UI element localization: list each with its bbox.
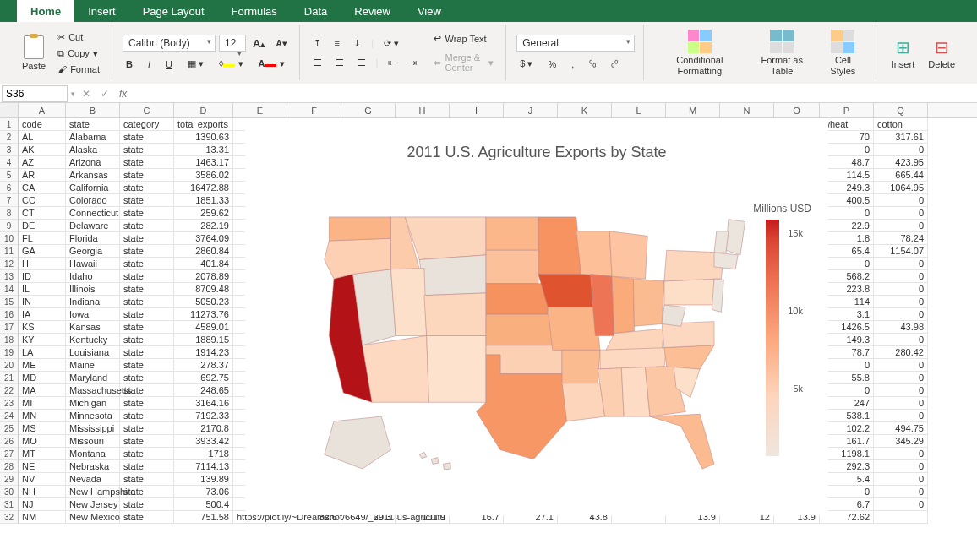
tab-view[interactable]: View xyxy=(404,0,455,22)
cell[interactable]: 1914.23 xyxy=(174,346,233,359)
cell[interactable] xyxy=(666,207,720,220)
cell[interactable] xyxy=(287,308,341,321)
column-header[interactable]: C xyxy=(120,103,174,117)
cell[interactable] xyxy=(504,321,558,334)
cell[interactable] xyxy=(720,473,774,486)
cell[interactable] xyxy=(558,308,612,321)
cell[interactable] xyxy=(774,118,820,131)
cell[interactable] xyxy=(233,473,287,486)
cell[interactable]: 9.8 xyxy=(774,308,820,321)
cell[interactable] xyxy=(558,372,612,384)
cell[interactable] xyxy=(666,346,720,359)
cell[interactable] xyxy=(396,245,450,258)
cell[interactable]: Missouri xyxy=(66,435,120,448)
cell[interactable]: Minnesota xyxy=(66,410,120,422)
cell[interactable] xyxy=(341,321,396,334)
cell[interactable] xyxy=(450,169,504,182)
cell[interactable] xyxy=(612,334,666,346)
increase-decimal-button[interactable]: ⁰₀ xyxy=(586,57,599,71)
cell[interactable] xyxy=(504,498,558,511)
cell[interactable] xyxy=(612,308,666,321)
cell[interactable]: Louisiana xyxy=(66,346,120,359)
cell[interactable] xyxy=(341,118,396,131)
cell[interactable] xyxy=(612,156,666,169)
cell[interactable] xyxy=(396,435,450,448)
cell[interactable] xyxy=(720,182,774,194)
cell[interactable] xyxy=(450,435,504,448)
cell[interactable]: 401.84 xyxy=(174,258,233,270)
cell[interactable]: 0 xyxy=(874,296,928,308)
cell[interactable]: GA xyxy=(19,245,66,258)
cell[interactable] xyxy=(287,270,341,283)
cell[interactable] xyxy=(720,194,774,207)
cell[interactable]: 1.9 xyxy=(774,131,820,144)
cell[interactable] xyxy=(666,486,720,498)
cell[interactable] xyxy=(558,498,612,511)
cell[interactable]: 4.3 xyxy=(774,410,820,422)
cell[interactable]: total exports xyxy=(174,118,233,131)
cell[interactable] xyxy=(341,220,396,232)
cell[interactable] xyxy=(396,169,450,182)
column-header[interactable]: L xyxy=(612,103,666,117)
number-format-select[interactable]: General xyxy=(516,35,635,52)
cell[interactable] xyxy=(233,118,287,131)
cell[interactable] xyxy=(396,321,450,334)
cell[interactable] xyxy=(720,144,774,156)
cell[interactable] xyxy=(504,194,558,207)
cell[interactable]: Maine xyxy=(66,359,120,372)
cell[interactable] xyxy=(720,220,774,232)
cell[interactable]: 114 xyxy=(820,296,874,308)
row-header[interactable]: 14 xyxy=(0,283,19,296)
cell[interactable] xyxy=(504,460,558,473)
cell[interactable]: Michigan xyxy=(66,397,120,410)
cell[interactable]: Colorado xyxy=(66,194,120,207)
fill-color-button[interactable]: ◊ ▾ xyxy=(216,57,247,71)
cell[interactable]: 751.58 xyxy=(174,511,233,524)
cell[interactable] xyxy=(720,245,774,258)
column-header[interactable]: K xyxy=(558,103,612,117)
cell[interactable] xyxy=(720,270,774,283)
cell[interactable] xyxy=(233,422,287,435)
row-header[interactable]: 25 xyxy=(0,422,19,435)
cell[interactable]: Florida xyxy=(66,232,120,245)
cell[interactable]: Kansas xyxy=(66,321,120,334)
cell[interactable]: state xyxy=(120,131,174,144)
cell[interactable] xyxy=(233,384,287,397)
cell[interactable]: 4.1 xyxy=(774,372,820,384)
cell[interactable]: KY xyxy=(19,334,66,346)
cell[interactable]: state xyxy=(120,270,174,283)
cell[interactable] xyxy=(450,308,504,321)
cut-button[interactable]: ✂ Cut xyxy=(54,30,103,45)
cell[interactable]: 5.9 xyxy=(774,220,820,232)
cell[interactable] xyxy=(612,498,666,511)
cell[interactable]: NV xyxy=(19,473,66,486)
row-header[interactable]: 13 xyxy=(0,270,19,283)
cell[interactable] xyxy=(396,473,450,486)
cell[interactable] xyxy=(558,283,612,296)
cell[interactable]: state xyxy=(120,372,174,384)
cell[interactable] xyxy=(450,258,504,270)
cell[interactable] xyxy=(341,245,396,258)
cell[interactable] xyxy=(287,410,341,422)
cell[interactable]: 5050.23 xyxy=(174,296,233,308)
cell[interactable] xyxy=(666,435,720,448)
cell[interactable] xyxy=(720,384,774,397)
cell[interactable] xyxy=(287,321,341,334)
align-bottom-button[interactable]: ⤓ xyxy=(350,36,364,51)
cell[interactable] xyxy=(450,397,504,410)
cell[interactable] xyxy=(558,384,612,397)
row-header[interactable]: 22 xyxy=(0,384,19,397)
cell[interactable] xyxy=(396,372,450,384)
cell[interactable] xyxy=(504,410,558,422)
row-header[interactable]: 24 xyxy=(0,410,19,422)
cell[interactable]: MN xyxy=(19,410,66,422)
cell[interactable]: 0 xyxy=(874,359,928,372)
cell[interactable] xyxy=(504,448,558,460)
cell[interactable] xyxy=(450,473,504,486)
cell[interactable]: 0 xyxy=(774,258,820,270)
row-header[interactable]: 9 xyxy=(0,220,19,232)
format-as-table-button[interactable]: Format as Table xyxy=(748,28,816,77)
cell[interactable] xyxy=(287,397,341,410)
cell[interactable]: Alabama xyxy=(66,131,120,144)
cell[interactable]: Connecticut xyxy=(66,207,120,220)
